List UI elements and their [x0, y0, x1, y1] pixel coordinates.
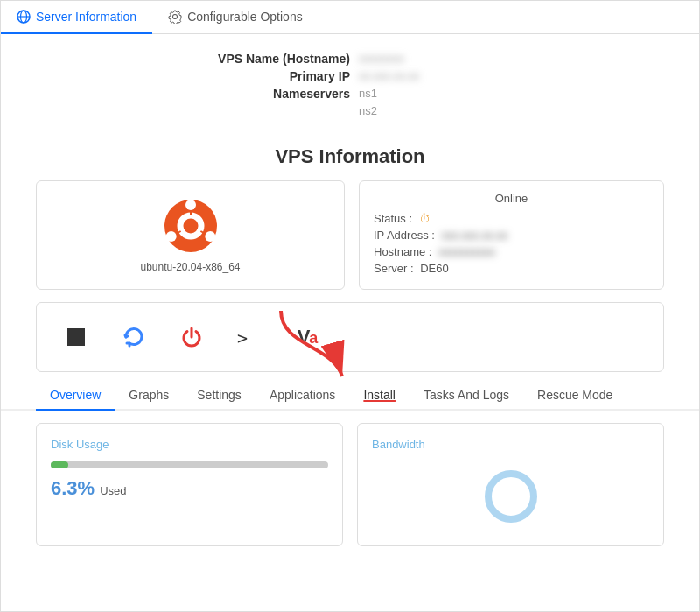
primary-ip-label: Primary IP — [184, 69, 359, 83]
vnc-icon: Va — [298, 326, 318, 348]
stop-button[interactable] — [58, 319, 94, 355]
vps-cards-row: ubuntu-20.04-x86_64 Online Status : ⏱ IP… — [1, 180, 699, 290]
disk-usage-title: Disk Usage — [51, 438, 328, 451]
ubuntu-logo-icon — [163, 198, 219, 254]
status-label: Status : — [374, 212, 412, 225]
nav-tab-install[interactable]: Install — [349, 381, 410, 411]
bandwidth-visual — [372, 461, 649, 531]
nav-tab-rescue-mode[interactable]: Rescue Mode — [523, 381, 626, 411]
tab-server-information[interactable]: Server Information — [1, 1, 152, 34]
svg-text:>_: >_ — [237, 327, 259, 348]
power-button[interactable] — [173, 319, 210, 355]
nav-tab-applications[interactable]: Applications — [256, 381, 350, 411]
controls-card: >_ Va — [36, 302, 664, 372]
restart-icon — [121, 324, 147, 350]
nameserver1-value: ns1 — [359, 87, 516, 101]
nameservers-row: Nameservers ns1 — [36, 87, 664, 101]
nameserver2-value: ns2 — [359, 104, 516, 117]
console-icon: >_ — [235, 325, 263, 349]
bottom-cards-row: Disk Usage 6.3% Used Bandwidth — [1, 423, 699, 546]
vps-heading: VPS Information — [1, 145, 699, 168]
nav-tab-overview[interactable]: Overview — [36, 381, 115, 411]
stop-icon — [64, 325, 88, 349]
disk-used-label: Used — [100, 484, 126, 497]
status-online-label: Online — [374, 192, 649, 205]
nav-tab-graphs[interactable]: Graphs — [115, 381, 183, 411]
ip-value: xxx.xxx.xx.xx — [441, 229, 508, 242]
status-card: Online Status : ⏱ IP Address : xxx.xxx.x… — [359, 180, 664, 290]
status-row: Status : ⏱ — [374, 212, 649, 225]
nav-tab-settings[interactable]: Settings — [183, 381, 256, 411]
hostname-row: Hostname : xxxxxxxxxx — [374, 245, 649, 258]
svg-point-5 — [186, 200, 196, 210]
server-value: DE60 — [420, 262, 449, 275]
restart-button[interactable] — [116, 319, 152, 355]
hostname-value: xxxxxxxxxx — [438, 245, 495, 258]
status-clock-icon: ⏱ — [419, 212, 430, 225]
tab-configurable-options-label: Configurable Options — [187, 10, 303, 24]
svg-point-7 — [205, 231, 215, 242]
nameservers-label: Nameservers — [184, 87, 359, 101]
ip-row: IP Address : xxx.xxx.xx.xx — [374, 229, 649, 242]
disk-progress-bar — [51, 461, 328, 468]
nameserver2-spacer — [184, 104, 359, 117]
disk-stats: 6.3% Used — [51, 477, 328, 500]
top-tabs: Server Information Configurable Options — [1, 1, 699, 34]
bandwidth-card: Bandwidth — [357, 423, 664, 546]
svg-point-6 — [165, 231, 176, 242]
nav-tabs: Overview Graphs Settings Applications In… — [1, 381, 699, 411]
nav-section: Overview Graphs Settings Applications In… — [1, 381, 699, 411]
disk-percent-value: 6.3% — [51, 477, 94, 500]
disk-progress-fill — [51, 461, 68, 468]
tab-server-information-label: Server Information — [36, 10, 136, 24]
hostname-label: Hostname : — [374, 245, 431, 258]
console-button[interactable]: >_ — [231, 319, 268, 355]
server-details-section: VPS Name (Hostname) xxxxxxxx Primary IP … — [1, 34, 699, 130]
vnc-button[interactable]: Va — [289, 319, 326, 355]
settings-icon — [168, 10, 182, 24]
disk-usage-card: Disk Usage 6.3% Used — [36, 423, 343, 546]
vps-name-label: VPS Name (Hostname) — [184, 52, 359, 66]
nameserver2-row: ns2 — [36, 104, 664, 117]
controls-row: >_ Va — [1, 302, 699, 372]
primary-ip-row: Primary IP xx.xxx.xx.xx — [36, 69, 664, 83]
bandwidth-donut — [485, 470, 537, 523]
os-card: ubuntu-20.04-x86_64 — [36, 180, 345, 290]
globe-icon — [17, 10, 31, 24]
vps-name-value: xxxxxxxx — [359, 52, 516, 66]
nav-tab-tasks-logs[interactable]: Tasks And Logs — [410, 381, 523, 411]
main-container: Server Information Configurable Options … — [0, 0, 700, 612]
vps-name-row: VPS Name (Hostname) xxxxxxxx — [36, 52, 664, 66]
tab-configurable-options[interactable]: Configurable Options — [152, 1, 318, 34]
bandwidth-title: Bandwidth — [372, 438, 649, 451]
svg-rect-11 — [67, 328, 85, 346]
server-label: Server : — [374, 262, 414, 275]
ip-label: IP Address : — [374, 229, 435, 242]
os-name: ubuntu-20.04-x86_64 — [140, 261, 240, 273]
primary-ip-value: xx.xxx.xx.xx — [359, 69, 516, 83]
server-row: Server : DE60 — [374, 262, 649, 275]
power-icon — [178, 324, 205, 350]
